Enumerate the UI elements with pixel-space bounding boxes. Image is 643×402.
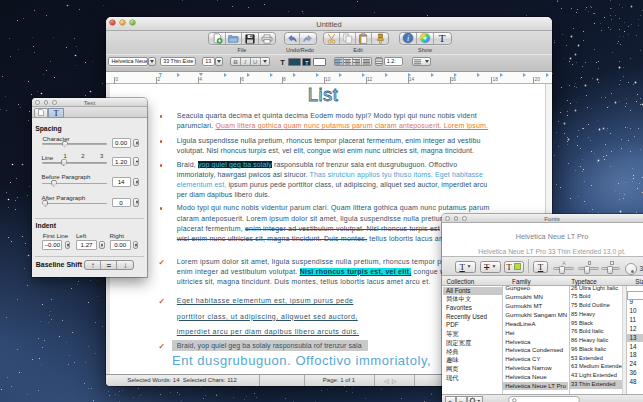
svg-text:i: i [407,34,409,43]
